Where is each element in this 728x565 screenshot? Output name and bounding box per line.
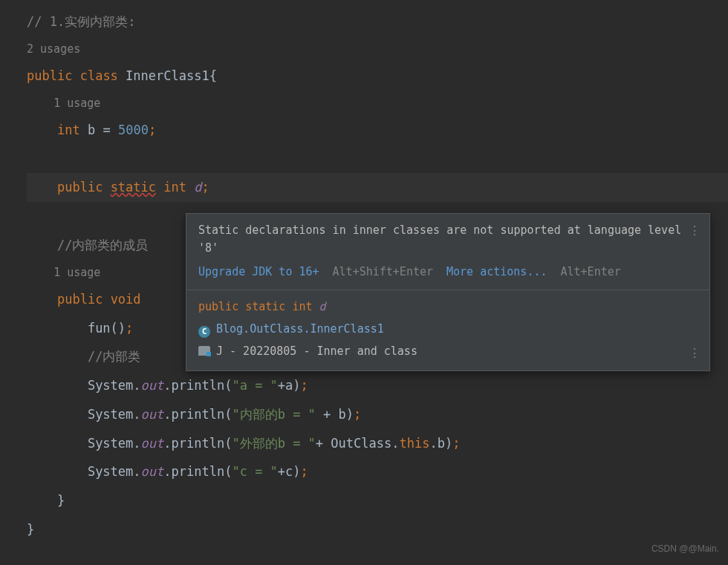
shortcut-label: Alt+Shift+Enter [333,263,433,281]
println: println [172,378,225,393]
sig-int: int [292,300,312,313]
tooltip-body: public static int d CBlog.OutClass.Inner… [186,290,709,370]
dot: . [163,407,171,422]
println: println [172,407,225,422]
shortcut-label: Alt+Enter [561,263,621,281]
semicolon: ; [301,464,308,479]
keyword-void: void [111,292,141,307]
semicolon: ; [301,378,308,393]
string-a: "a = " [232,378,277,393]
outclass: OutClass [331,436,391,451]
system: System [88,436,133,451]
class-name: InnerClass1{ [126,68,217,83]
more-icon[interactable]: ⋮ [689,221,701,241]
dot: . [391,436,399,451]
folder-icon [198,346,210,356]
plus: + [316,407,339,422]
dot: . [429,436,437,451]
string-outer-b: "外部的b = " [232,436,315,451]
rparen: ) [346,407,354,422]
semicolon: ; [452,436,460,451]
println: println [172,436,225,451]
lparen: ( [224,464,232,479]
keyword-int: int [163,180,186,195]
usage-hint[interactable]: 1 usage [53,266,100,279]
plus: + [316,436,331,451]
lparen: ( [224,436,232,451]
comment-line: // 1.实例内部类: [27,14,135,29]
string-inner-b: "内部的b = " [232,407,315,422]
highlighted-line[interactable]: public static int d; [27,173,728,202]
tooltip-message: Static declarations in inner classes are… [198,221,698,257]
var-c: c [285,464,293,479]
dot: . [163,378,171,393]
dot: . [163,464,171,479]
keyword-this: this [399,436,429,451]
out-field: out [141,436,164,451]
usage-hint[interactable]: 2 usages [27,36,728,62]
keyword-int: int [57,123,80,137]
equals: = [103,123,110,137]
var-d: d [194,180,201,195]
semicolon: ; [354,407,361,422]
sig-static: static [245,300,285,313]
var-a: a [285,378,293,393]
field-b: b [438,436,445,451]
method-fun: fun() [88,321,126,336]
var-b: b [339,407,346,422]
lparen: ( [224,378,232,393]
comment-line: //内部类的成员 [57,238,148,252]
rbrace: } [27,522,34,537]
rparen: ) [293,464,300,479]
println: println [172,464,225,479]
watermark: CSDN @@Main. [651,539,719,559]
error-tooltip: Static declarations in inner classes are… [186,213,710,371]
rparen: ) [445,436,452,451]
keyword-public: public [57,292,103,307]
dot: . [133,436,140,451]
keyword-class: class [80,68,118,83]
dot: . [133,407,140,422]
rbrace: } [57,493,65,508]
more-actions-link[interactable]: More actions... [446,263,547,281]
plus: + [278,378,285,393]
keyword-static-error[interactable]: static [111,180,156,195]
system: System [88,464,133,479]
class-icon: C [198,326,210,338]
keyword-public: public [57,180,103,195]
rparen: ) [293,378,300,393]
out-field: out [141,378,164,393]
keyword-public: public [27,68,72,83]
out-field: out [141,407,164,422]
semicolon: ; [202,180,209,195]
sig-public: public [198,300,238,313]
system: System [88,407,133,422]
comment-line: //内部类 [88,349,140,364]
sig-name: d [319,300,326,313]
plus: + [278,464,285,479]
dot: . [133,378,140,393]
var-b: b [88,123,95,137]
semicolon: ; [149,123,156,137]
string-c: "c = " [232,464,277,479]
lparen: ( [224,407,232,422]
folder-label: J - 20220805 - Inner and class [216,344,417,358]
dot: . [133,464,140,479]
dot: . [163,436,171,451]
qualified-name[interactable]: Blog.OutClass.InnerClass1 [216,322,384,336]
out-field: out [141,464,164,479]
upgrade-jdk-link[interactable]: Upgrade JDK to 16+ [198,263,319,281]
more-icon[interactable]: ⋮ [689,344,701,363]
semicolon: ; [126,321,133,336]
usage-hint[interactable]: 1 usage [53,97,100,110]
system: System [88,378,133,393]
literal-5000: 5000 [118,123,149,137]
tooltip-header: Static declarations in inner classes are… [186,214,709,290]
